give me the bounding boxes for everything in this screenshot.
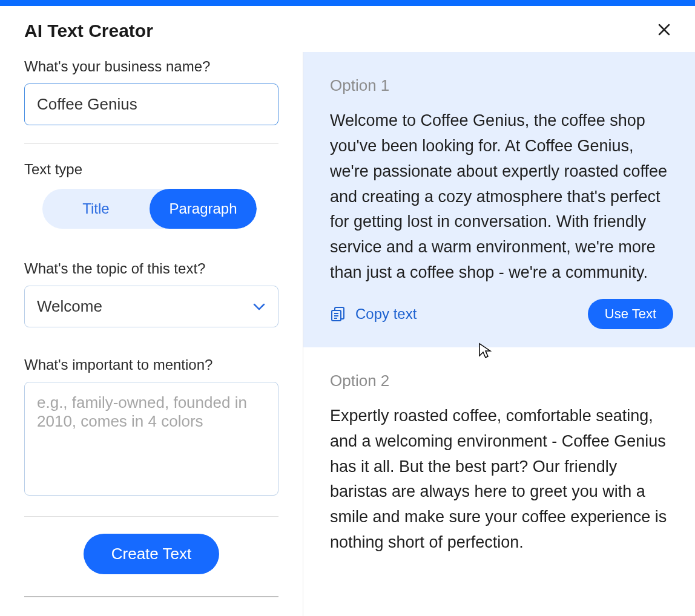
business-name-label: What's your business name? xyxy=(24,58,278,75)
option-1-label: Option 1 xyxy=(330,76,673,95)
divider xyxy=(24,143,278,144)
mention-textarea[interactable] xyxy=(24,382,278,496)
option-2-label: Option 2 xyxy=(330,372,673,390)
close-icon xyxy=(657,23,671,36)
copy-text-label: Copy text xyxy=(355,306,417,323)
option-1-actions: Copy text Use Text xyxy=(330,299,673,329)
mention-section: What's important to mention? xyxy=(24,356,278,498)
ai-text-creator-modal: AI Text Creator What's your business nam… xyxy=(0,6,695,616)
bottom-divider xyxy=(24,596,278,597)
topic-section: What's the topic of this text? Welcome xyxy=(24,260,278,327)
app-top-bar xyxy=(0,0,695,6)
modal-header: AI Text Creator xyxy=(0,6,695,52)
topic-label: What's the topic of this text? xyxy=(24,260,278,277)
close-button[interactable] xyxy=(657,23,671,39)
copy-text-button[interactable]: Copy text xyxy=(330,306,417,323)
text-type-section: Text type Title Paragraph xyxy=(24,161,278,229)
result-option-2: Option 2 Expertly roasted coffee, comfor… xyxy=(303,347,695,574)
business-name-section: What's your business name? xyxy=(24,52,278,125)
form-panel: What's your business name? Text type Tit… xyxy=(0,52,303,616)
divider xyxy=(24,516,278,517)
text-type-toggle: Title Paragraph xyxy=(42,189,257,229)
modal-body: What's your business name? Text type Tit… xyxy=(0,52,695,616)
topic-selected-value: Welcome xyxy=(24,286,278,327)
modal-title: AI Text Creator xyxy=(24,21,153,41)
results-panel: Option 1 Welcome to Coffee Genius, the c… xyxy=(303,52,695,616)
toggle-title[interactable]: Title xyxy=(42,189,150,229)
mention-label: What's important to mention? xyxy=(24,356,278,373)
use-text-button[interactable]: Use Text xyxy=(588,299,673,329)
topic-select[interactable]: Welcome xyxy=(24,286,278,327)
result-option-1: Option 1 Welcome to Coffee Genius, the c… xyxy=(303,52,695,347)
copy-icon xyxy=(330,306,346,322)
option-2-text: Expertly roasted coffee, comfortable sea… xyxy=(330,404,673,555)
option-1-text: Welcome to Coffee Genius, the coffee sho… xyxy=(330,108,673,286)
business-name-input[interactable] xyxy=(24,84,278,125)
text-type-label: Text type xyxy=(24,161,278,178)
create-text-button[interactable]: Create Text xyxy=(84,534,219,574)
toggle-paragraph[interactable]: Paragraph xyxy=(150,189,257,229)
